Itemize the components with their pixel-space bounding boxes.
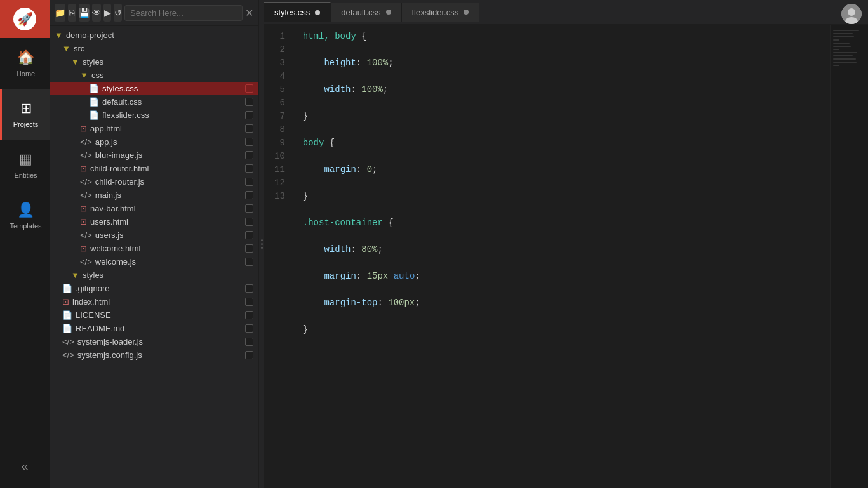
tree-item-blur-image-js[interactable]: </> blur-image.js	[50, 148, 258, 162]
file-checkbox-license[interactable]	[245, 311, 253, 319]
tree-item-main-js[interactable]: </> main.js	[50, 188, 258, 202]
code-content[interactable]: html, body { height: 100%; width: 100%; …	[293, 25, 830, 488]
tree-item-css-folder[interactable]: ▼ css	[50, 69, 258, 82]
file-checkbox-flexslider-css[interactable]	[245, 111, 253, 119]
html-file-icon: ⊡	[80, 164, 87, 173]
tree-item-welcome-js[interactable]: </> welcome.js	[50, 255, 258, 268]
svg-point-1	[848, 8, 855, 16]
nav-label-projects: Projects	[13, 121, 39, 128]
file-checkbox-welcome-js[interactable]	[245, 258, 253, 266]
tree-item-styles-2[interactable]: ▼ styles	[50, 268, 258, 282]
file-checkbox-index-html[interactable]	[245, 298, 253, 306]
tree-item-child-router-html[interactable]: ⊡ child-router.html	[50, 162, 258, 175]
tree-item-app-js[interactable]: </> app.js	[50, 135, 258, 148]
file-tree: ▼ demo-project ▼ src ▼ styles ▼ css 📄 st…	[50, 26, 258, 488]
tab-label-default-css: default.css	[341, 8, 380, 17]
tree-item-license[interactable]: 📄 LICENSE	[50, 308, 258, 322]
file-checkbox-child-router-js[interactable]	[245, 178, 253, 186]
file-checkbox-nav-bar-html[interactable]	[245, 204, 253, 213]
folder-open-icon: ▼	[62, 44, 70, 53]
file-checkbox-main-js[interactable]	[245, 191, 253, 199]
css-file-icon: 📄	[89, 110, 99, 120]
search-close-button[interactable]: ✕	[245, 4, 253, 22]
toolbar-btn-run[interactable]: ▶	[103, 4, 112, 22]
minimap	[830, 25, 868, 488]
nav-label-templates: Templates	[10, 222, 41, 230]
nav-label-home: Home	[17, 70, 35, 77]
file-checkbox-systemjs-config-js[interactable]	[245, 351, 253, 359]
toolbar-btn-copy[interactable]: ⎘	[68, 4, 76, 22]
app-logo[interactable]: 🚀	[0, 0, 50, 38]
folder-open-icon: ▼	[71, 270, 79, 280]
home-icon: 🏠	[17, 49, 34, 66]
nav-bottom: «	[0, 450, 50, 482]
tab-label-flexslider-css: flexslider.css	[412, 8, 459, 17]
js-file-icon: </>	[62, 350, 74, 360]
nav-item-projects[interactable]: ⊞ Projects	[0, 89, 50, 140]
tree-item-systemjs-loader-js[interactable]: </> systemjs-loader.js	[50, 335, 258, 348]
html-file-icon: ⊡	[80, 244, 87, 253]
nav-label-entities: Entities	[14, 171, 37, 179]
tree-item-styles-folder[interactable]: ▼ styles	[50, 55, 258, 69]
toolbar-btn-preview[interactable]: 👁	[92, 4, 101, 22]
file-checkbox-welcome-html[interactable]	[245, 244, 253, 253]
tree-item-users-html[interactable]: ⊡ users.html	[50, 215, 258, 228]
nav-item-entities[interactable]: ▦ Entities	[0, 140, 50, 190]
nav-item-home[interactable]: 🏠 Home	[0, 38, 50, 89]
file-checkbox-readme[interactable]	[245, 324, 253, 333]
js-file-icon: </>	[80, 137, 92, 147]
tree-item-default-css[interactable]: 📄 default.css	[50, 95, 258, 109]
search-input[interactable]	[124, 5, 243, 21]
file-panel-toolbar: 📁 ⎘ 💾 👁 ▶ ↺ ✕	[50, 0, 258, 26]
file-checkbox-child-router-html[interactable]	[245, 164, 253, 173]
tree-item-gitignore[interactable]: 📄 .gitignore	[50, 282, 258, 295]
user-avatar[interactable]	[841, 4, 862, 24]
file-checkbox-default-css[interactable]	[245, 98, 253, 106]
tree-item-child-router-js[interactable]: </> child-router.js	[50, 175, 258, 188]
file-panel: 📁 ⎘ 💾 👁 ▶ ↺ ✕ ▼ demo-project ▼ src ▼ sty…	[50, 0, 259, 488]
tab-bar-inner: styles.css default.css flexslider.css	[264, 0, 841, 24]
js-file-icon: </>	[80, 150, 92, 160]
toolbar-btn-refresh[interactable]: ↺	[114, 4, 122, 22]
file-checkbox-app-js[interactable]	[245, 138, 253, 146]
js-file-icon: </>	[80, 190, 92, 200]
generic-file-icon: 📄	[62, 310, 72, 320]
tree-item-index-html[interactable]: ⊡ index.html	[50, 295, 258, 308]
file-checkbox-gitignore[interactable]	[245, 284, 253, 293]
file-checkbox-users-js[interactable]	[245, 231, 253, 239]
editor-area: styles.css default.css flexslider.css 12…	[264, 0, 868, 488]
tree-item-styles-css[interactable]: 📄 styles.css	[50, 82, 258, 95]
file-checkbox-users-html[interactable]	[245, 218, 253, 226]
tree-item-readme[interactable]: 📄 README.md	[50, 322, 258, 335]
tab-flexslider-css[interactable]: flexslider.css	[402, 3, 480, 22]
nav-item-templates[interactable]: 👤 Templates	[0, 190, 50, 241]
folder-open-icon: ▼	[71, 57, 79, 67]
tree-item-app-html[interactable]: ⊡ app.html	[50, 122, 258, 135]
tree-item-systemjs-config-js[interactable]: </> systemjs.config.js	[50, 348, 258, 362]
tree-item-src[interactable]: ▼ src	[50, 42, 258, 55]
tab-default-css[interactable]: default.css	[331, 3, 401, 22]
tab-styles-css[interactable]: styles.css	[264, 2, 331, 22]
file-checkbox-app-html[interactable]	[245, 124, 253, 133]
tree-item-welcome-html[interactable]: ⊡ welcome.html	[50, 242, 258, 255]
file-checkbox-styles-css[interactable]	[245, 84, 253, 93]
js-file-icon: </>	[80, 257, 92, 267]
js-file-icon: </>	[80, 230, 92, 240]
tree-item-users-js[interactable]: </> users.js	[50, 228, 258, 242]
file-checkbox-blur-image-js[interactable]	[245, 151, 253, 159]
file-checkbox-systemjs-loader-js[interactable]	[245, 338, 253, 346]
css-file-icon: 📄	[89, 97, 99, 107]
resize-handle[interactable]	[259, 0, 264, 488]
tree-item-nav-bar-html[interactable]: ⊡ nav-bar.html	[50, 202, 258, 215]
toolbar-btn-folder[interactable]: 📁	[55, 4, 65, 22]
line-numbers: 12345 678910 111213	[264, 25, 293, 488]
tab-dot-default-css	[386, 10, 391, 15]
toolbar-btn-save[interactable]: 💾	[79, 4, 90, 22]
tab-dot-flexslider-css	[464, 10, 469, 15]
tree-item-demo-project[interactable]: ▼ demo-project	[50, 29, 258, 42]
generic-file-icon: 📄	[62, 284, 72, 293]
nav-back-button[interactable]: «	[0, 450, 50, 482]
avatar-icon	[841, 4, 862, 24]
code-editor[interactable]: 12345 678910 111213 html, body { height:…	[264, 25, 868, 488]
tree-item-flexslider-css[interactable]: 📄 flexslider.css	[50, 109, 258, 122]
